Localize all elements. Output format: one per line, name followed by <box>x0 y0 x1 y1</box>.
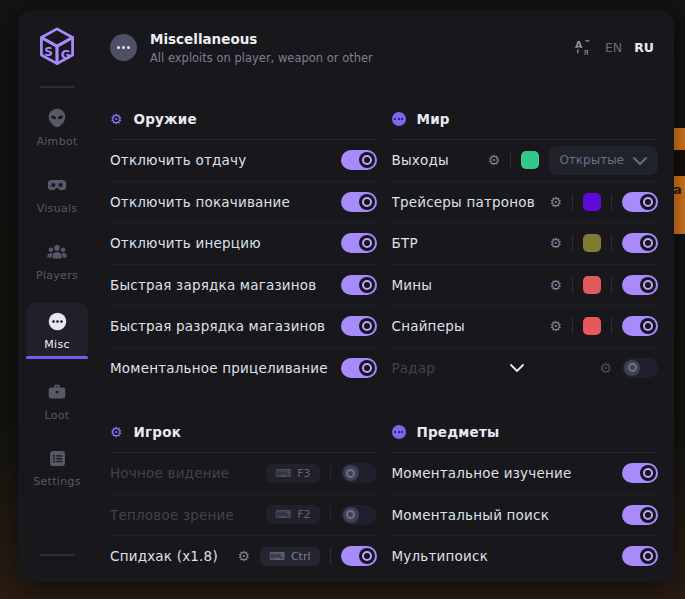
toggle[interactable] <box>622 233 658 253</box>
sidebar-item-loot[interactable]: Loot <box>26 376 88 426</box>
toggle[interactable] <box>622 192 658 212</box>
content-column-left: ⚙ Оружие Отключить отдачу Отключить пока… <box>110 85 377 577</box>
section-rows: Выходы ⚙ Открытые Трейсеры патронов ⚙ БТ… <box>392 140 659 388</box>
feature-row: Мины ⚙ <box>392 264 659 306</box>
feature-label: Быстрая зарядка магазинов <box>110 277 316 293</box>
section-header: ⚙ Игрок <box>110 424 377 440</box>
sidebar-item-players[interactable]: Players <box>26 236 88 286</box>
toggle[interactable] <box>341 316 377 336</box>
color-swatch[interactable] <box>583 234 601 252</box>
briefcase-icon <box>46 381 68 403</box>
cube-logo-icon: S G <box>35 25 79 73</box>
chevron-down-icon <box>632 151 648 170</box>
divider <box>330 465 331 481</box>
color-swatch[interactable] <box>583 276 601 294</box>
toggle[interactable] <box>622 275 658 295</box>
toggle[interactable] <box>341 546 377 566</box>
sidebar-nav: Aimbot Visuals Players Misc Loot Setting… <box>18 102 96 493</box>
chevron-down-icon[interactable] <box>509 363 525 373</box>
ellipsis-circle-icon <box>392 425 406 439</box>
feature-label: Выходы <box>392 152 449 168</box>
feature-label: Моментальное изучение <box>392 465 572 481</box>
keyboard-icon: ⌨ <box>269 551 285 562</box>
lang-en-button[interactable]: EN <box>605 40 622 55</box>
toggle[interactable] <box>622 316 658 336</box>
toggle[interactable] <box>341 192 377 212</box>
gear-icon[interactable]: ⚙ <box>237 549 250 563</box>
ellipsis-circle-icon <box>392 112 406 126</box>
hotkey-badge[interactable]: ⌨Ctrl <box>260 547 319 566</box>
feature-label: БТР <box>392 235 418 251</box>
app-logo[interactable]: S G <box>34 24 80 74</box>
keyboard-icon: ⌨ <box>275 509 291 520</box>
sidebar-item-settings[interactable]: Settings <box>26 443 88 493</box>
gear-icon[interactable]: ⚙ <box>549 195 562 209</box>
gear-icon[interactable]: ⚙ <box>549 319 562 333</box>
hotkey-badge[interactable]: ⌨F3 <box>266 464 319 483</box>
feature-row: Моментальное прицеливание <box>110 347 377 389</box>
translate-icon[interactable]: A я <box>574 38 593 57</box>
section-title: Мир <box>417 111 450 127</box>
keyboard-icon: ⌨ <box>275 468 291 479</box>
section-rows: Моментальное изучение Моментальный поиск… <box>392 453 659 577</box>
feature-label: Моментальный поиск <box>392 507 550 523</box>
gear-icon[interactable]: ⚙ <box>549 278 562 292</box>
feature-label: Отключить покачивание <box>110 194 290 210</box>
feature-row: Быстрая разрядка магазинов <box>110 305 377 347</box>
color-swatch[interactable] <box>583 317 601 335</box>
toggle[interactable] <box>622 463 658 483</box>
divider <box>572 277 573 293</box>
svg-text:S: S <box>44 45 53 59</box>
feature-row: Трейсеры патронов ⚙ <box>392 181 659 223</box>
divider <box>572 235 573 251</box>
toggle[interactable] <box>341 463 377 483</box>
ellipsis-circle-icon <box>110 34 137 61</box>
feature-label: Мультипоиск <box>392 548 489 564</box>
toggle[interactable] <box>622 505 658 525</box>
gear-icon[interactable]: ⚙ <box>488 153 501 167</box>
divider <box>330 548 331 564</box>
feature-label: Трейсеры патронов <box>392 194 535 210</box>
content-column-right: Мир Выходы ⚙ Открытые Трейсеры патронов … <box>392 85 659 577</box>
section-weapon: ⚙ Оружие Отключить отдачу Отключить пока… <box>110 111 377 388</box>
feature-label: Отключить отдачу <box>110 152 246 168</box>
ellipsis-circle-icon <box>47 311 68 332</box>
toggle[interactable] <box>341 275 377 295</box>
color-swatch[interactable] <box>521 151 539 169</box>
sidebar-item-misc[interactable]: Misc <box>26 303 88 359</box>
toggle[interactable] <box>341 233 377 253</box>
toggle[interactable] <box>622 358 658 378</box>
lang-ru-button[interactable]: RU <box>634 40 654 55</box>
sidebar-item-visuals[interactable]: Visuals <box>26 169 88 219</box>
divider <box>611 235 612 251</box>
toggle[interactable] <box>341 505 377 525</box>
dropdown[interactable]: Открытые <box>549 146 658 175</box>
feature-row: Отключить отдачу <box>110 140 377 181</box>
section-title: Игрок <box>134 424 181 440</box>
sidebar-item-aimbot[interactable]: Aimbot <box>26 102 88 152</box>
gear-icon[interactable]: ⚙ <box>549 236 562 250</box>
sidebar-divider <box>39 554 75 556</box>
alien-icon <box>46 107 68 129</box>
background-art-letter: a <box>673 182 682 197</box>
gear-icon[interactable]: ⚙ <box>599 361 612 375</box>
section-player: ⚙ Игрок Ночное видение ⌨F3 Тепловое зрен… <box>110 424 377 577</box>
toggle[interactable] <box>341 150 377 170</box>
feature-row: Тепловое зрение ⌨F2 <box>110 494 377 536</box>
vr-goggles-icon <box>46 174 68 196</box>
svg-text:G: G <box>61 48 71 62</box>
sidebar-item-label: Settings <box>33 475 81 488</box>
hotkey-badge[interactable]: ⌨F2 <box>266 505 319 524</box>
divider <box>611 318 612 334</box>
gear-icon: ⚙ <box>110 425 123 439</box>
sidebar-item-label: Misc <box>44 338 70 351</box>
gear-icon: ⚙ <box>110 112 123 126</box>
feature-row: Моментальный поиск <box>392 494 659 536</box>
section-header: Предметы <box>392 424 659 440</box>
toggle[interactable] <box>622 546 658 566</box>
svg-text:я: я <box>583 47 588 57</box>
color-swatch[interactable] <box>583 193 601 211</box>
feature-row: Радар ⚙ <box>392 347 659 389</box>
section-title: Предметы <box>417 424 500 440</box>
toggle[interactable] <box>341 358 377 378</box>
